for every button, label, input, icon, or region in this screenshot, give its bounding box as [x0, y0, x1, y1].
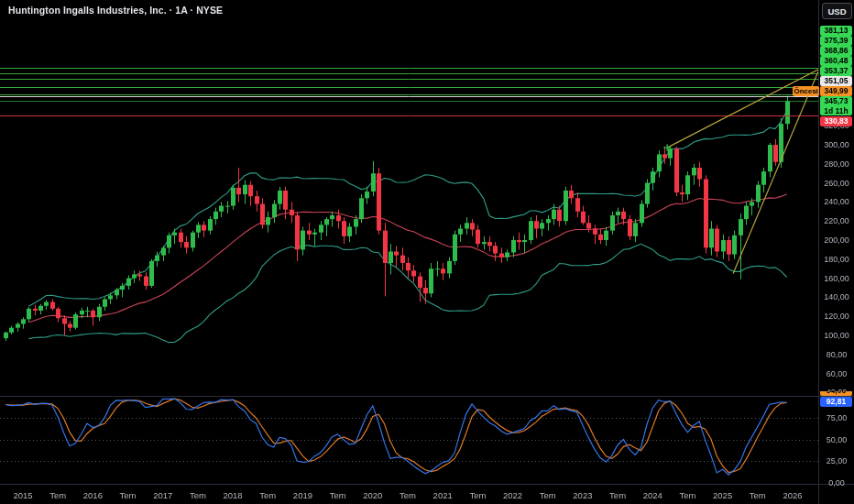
time-axis-label: Tem: [323, 490, 354, 500]
price-tick-label: 240,00: [821, 197, 852, 206]
price-label-level-353[interactable]: 353,37: [820, 66, 852, 76]
time-axis-label: 2021: [427, 490, 458, 500]
time-axis-label: Tem: [182, 490, 214, 500]
chart-canvas[interactable]: [0, 0, 854, 504]
time-axis-label: 2015: [7, 490, 38, 500]
time-axis-label: Tem: [392, 490, 423, 500]
chart-root: Huntington Ingalls Industries, Inc. · 1A…: [0, 0, 854, 504]
time-axis-label: 2025: [707, 490, 739, 500]
time-axis-label: 2019: [287, 490, 318, 500]
price-tick-label: 180,00: [821, 255, 852, 264]
price-tick-label: 300,00: [821, 140, 852, 149]
time-axis-label: Tem: [113, 490, 144, 500]
price-tick-label: 200,00: [821, 236, 852, 245]
oscillator-tick-label: 0,00: [821, 478, 852, 488]
countdown-label: 1d 11h: [820, 106, 852, 116]
price-tick-label: 60,00: [821, 369, 852, 378]
premarket-tag: Öncesi: [793, 86, 819, 96]
time-axis-label: Tem: [742, 490, 773, 500]
price-tick-label: 80,00: [821, 350, 852, 359]
time-axis-label: Tem: [602, 490, 633, 500]
oscillator-tick-label: 75,00: [821, 413, 852, 422]
price-tick-label: 280,00: [821, 159, 852, 169]
price-label-level-360[interactable]: 360,48: [820, 56, 852, 66]
price-tick-label: 100,00: [821, 331, 852, 340]
symbol-title[interactable]: Huntington Ingalls Industries, Inc. · 1A…: [8, 5, 223, 16]
price-label-level-351[interactable]: 351,05: [820, 76, 852, 86]
price-tick-label: 220,00: [821, 216, 852, 225]
price-label-level-375[interactable]: 375,39: [820, 36, 852, 46]
price-tick-label: 140,00: [821, 292, 852, 301]
price-tick-label: 260,00: [821, 179, 852, 188]
oscillator-tick-label: 25,00: [821, 456, 852, 466]
time-axis-label: 2026: [777, 490, 808, 500]
time-axis-label: Tem: [462, 490, 493, 500]
price-tick-label: 160,00: [821, 274, 852, 283]
time-axis-label: 2017: [148, 490, 179, 500]
price-label-premarket-price[interactable]: 349,99: [820, 86, 852, 96]
oscillator-tick-label: 50,00: [821, 435, 852, 444]
time-axis-label: Tem: [532, 490, 564, 500]
price-label-level-368[interactable]: 368,86: [820, 46, 852, 56]
time-axis-label: 2016: [77, 490, 108, 500]
price-label-alert-price[interactable]: 330,83: [820, 116, 852, 126]
time-axis-label: 2024: [637, 490, 668, 500]
time-axis-label: 2023: [567, 490, 598, 500]
time-axis-label: Tem: [672, 490, 703, 500]
stoch-k-label: 92,81: [820, 397, 852, 407]
price-tick-label: 120,00: [821, 312, 852, 321]
time-axis-label: Tem: [252, 490, 283, 500]
time-axis-label: 2022: [498, 490, 529, 500]
time-axis-label: Tem: [42, 490, 73, 500]
currency-button[interactable]: USD: [822, 3, 852, 19]
time-axis-label: 2018: [217, 490, 248, 500]
time-axis-label: 2020: [357, 490, 389, 500]
price-label-level-381[interactable]: 381,13: [820, 26, 852, 36]
price-label-last-price[interactable]: 345,731d 11h: [820, 96, 852, 115]
